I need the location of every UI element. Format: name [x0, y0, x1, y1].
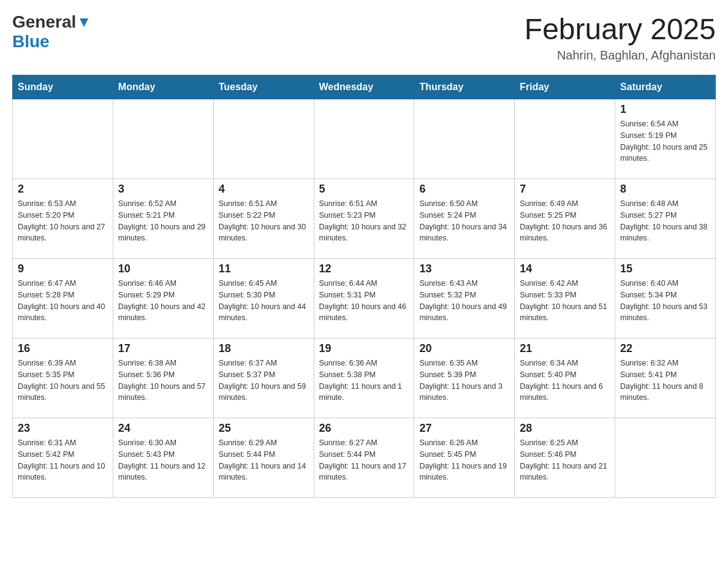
day-number: 25	[219, 422, 309, 435]
day-number: 16	[18, 342, 108, 355]
day-number: 6	[419, 183, 509, 196]
calendar-header-row: Sunday Monday Tuesday Wednesday Thursday…	[13, 75, 716, 99]
table-row	[314, 99, 414, 179]
day-info: Sunrise: 6:36 AMSunset: 5:38 PMDaylight:…	[319, 358, 409, 404]
day-info: Sunrise: 6:34 AMSunset: 5:40 PMDaylight:…	[520, 358, 610, 404]
svg-marker-0	[80, 18, 88, 27]
day-info: Sunrise: 6:37 AMSunset: 5:37 PMDaylight:…	[219, 358, 309, 404]
day-number: 23	[18, 422, 108, 435]
day-info: Sunrise: 6:52 AMSunset: 5:21 PMDaylight:…	[118, 198, 208, 244]
day-info: Sunrise: 6:38 AMSunset: 5:36 PMDaylight:…	[118, 358, 208, 404]
logo-blue-text: Blue	[12, 32, 50, 51]
calendar-week-row: 1Sunrise: 6:54 AMSunset: 5:19 PMDaylight…	[13, 99, 716, 179]
page-header: General Blue February 2025 Nahrin, Baghl…	[12, 12, 716, 63]
day-info: Sunrise: 6:26 AMSunset: 5:45 PMDaylight:…	[419, 437, 509, 483]
table-row	[615, 418, 716, 498]
day-number: 14	[520, 262, 610, 275]
table-row: 3Sunrise: 6:52 AMSunset: 5:21 PMDaylight…	[113, 179, 213, 259]
day-info: Sunrise: 6:25 AMSunset: 5:46 PMDaylight:…	[520, 437, 610, 483]
table-row: 18Sunrise: 6:37 AMSunset: 5:37 PMDayligh…	[213, 339, 314, 418]
table-row: 14Sunrise: 6:42 AMSunset: 5:33 PMDayligh…	[515, 259, 615, 339]
table-row: 20Sunrise: 6:35 AMSunset: 5:39 PMDayligh…	[414, 339, 515, 418]
table-row: 8Sunrise: 6:48 AMSunset: 5:27 PMDaylight…	[615, 179, 716, 259]
col-thursday: Thursday	[414, 75, 515, 99]
day-info: Sunrise: 6:48 AMSunset: 5:27 PMDaylight:…	[620, 198, 710, 244]
day-info: Sunrise: 6:31 AMSunset: 5:42 PMDaylight:…	[18, 437, 108, 483]
day-info: Sunrise: 6:50 AMSunset: 5:24 PMDaylight:…	[419, 198, 509, 244]
day-info: Sunrise: 6:53 AMSunset: 5:20 PMDaylight:…	[18, 198, 108, 244]
day-info: Sunrise: 6:54 AMSunset: 5:19 PMDaylight:…	[620, 118, 710, 164]
day-number: 4	[219, 183, 309, 196]
table-row: 16Sunrise: 6:39 AMSunset: 5:35 PMDayligh…	[13, 339, 113, 418]
day-info: Sunrise: 6:46 AMSunset: 5:29 PMDaylight:…	[118, 278, 208, 324]
day-number: 26	[319, 422, 409, 435]
day-info: Sunrise: 6:49 AMSunset: 5:25 PMDaylight:…	[520, 198, 610, 244]
day-info: Sunrise: 6:32 AMSunset: 5:41 PMDaylight:…	[620, 358, 710, 404]
day-number: 28	[520, 422, 610, 435]
table-row	[515, 99, 615, 179]
day-info: Sunrise: 6:47 AMSunset: 5:28 PMDaylight:…	[18, 278, 108, 324]
calendar-week-row: 16Sunrise: 6:39 AMSunset: 5:35 PMDayligh…	[13, 339, 716, 418]
table-row: 24Sunrise: 6:30 AMSunset: 5:43 PMDayligh…	[113, 418, 213, 498]
col-wednesday: Wednesday	[314, 75, 414, 99]
logo: General Blue	[12, 12, 91, 52]
table-row: 7Sunrise: 6:49 AMSunset: 5:25 PMDaylight…	[515, 179, 615, 259]
table-row: 26Sunrise: 6:27 AMSunset: 5:44 PMDayligh…	[314, 418, 414, 498]
table-row: 1Sunrise: 6:54 AMSunset: 5:19 PMDaylight…	[615, 99, 716, 179]
day-number: 27	[419, 422, 509, 435]
day-info: Sunrise: 6:40 AMSunset: 5:34 PMDaylight:…	[620, 278, 710, 324]
day-number: 1	[620, 103, 710, 116]
day-number: 2	[18, 183, 108, 196]
day-number: 7	[520, 183, 610, 196]
calendar-table: Sunday Monday Tuesday Wednesday Thursday…	[12, 75, 716, 498]
col-saturday: Saturday	[615, 75, 716, 99]
day-info: Sunrise: 6:44 AMSunset: 5:31 PMDaylight:…	[319, 278, 409, 324]
col-tuesday: Tuesday	[213, 75, 314, 99]
day-number: 22	[620, 342, 710, 355]
col-friday: Friday	[515, 75, 615, 99]
table-row: 2Sunrise: 6:53 AMSunset: 5:20 PMDaylight…	[13, 179, 113, 259]
table-row: 19Sunrise: 6:36 AMSunset: 5:38 PMDayligh…	[314, 339, 414, 418]
title-block: February 2025 Nahrin, Baghlan, Afghanist…	[525, 12, 716, 63]
table-row: 28Sunrise: 6:25 AMSunset: 5:46 PMDayligh…	[515, 418, 615, 498]
day-number: 8	[620, 183, 710, 196]
day-number: 12	[319, 262, 409, 275]
day-number: 18	[219, 342, 309, 355]
col-monday: Monday	[113, 75, 213, 99]
table-row	[213, 99, 314, 179]
day-info: Sunrise: 6:30 AMSunset: 5:43 PMDaylight:…	[118, 437, 208, 483]
day-info: Sunrise: 6:43 AMSunset: 5:32 PMDaylight:…	[419, 278, 509, 324]
day-number: 5	[319, 183, 409, 196]
day-info: Sunrise: 6:29 AMSunset: 5:44 PMDaylight:…	[219, 437, 309, 483]
table-row: 13Sunrise: 6:43 AMSunset: 5:32 PMDayligh…	[414, 259, 515, 339]
day-number: 10	[118, 262, 208, 275]
table-row: 11Sunrise: 6:45 AMSunset: 5:30 PMDayligh…	[213, 259, 314, 339]
day-number: 24	[118, 422, 208, 435]
day-number: 15	[620, 262, 710, 275]
day-info: Sunrise: 6:35 AMSunset: 5:39 PMDaylight:…	[419, 358, 509, 404]
table-row	[414, 99, 515, 179]
location-title: Nahrin, Baghlan, Afghanistan	[525, 48, 716, 63]
day-number: 17	[118, 342, 208, 355]
table-row: 21Sunrise: 6:34 AMSunset: 5:40 PMDayligh…	[515, 339, 615, 418]
calendar-week-row: 9Sunrise: 6:47 AMSunset: 5:28 PMDaylight…	[13, 259, 716, 339]
table-row: 6Sunrise: 6:50 AMSunset: 5:24 PMDaylight…	[414, 179, 515, 259]
table-row	[113, 99, 213, 179]
table-row: 22Sunrise: 6:32 AMSunset: 5:41 PMDayligh…	[615, 339, 716, 418]
day-info: Sunrise: 6:51 AMSunset: 5:23 PMDaylight:…	[319, 198, 409, 244]
day-info: Sunrise: 6:39 AMSunset: 5:35 PMDaylight:…	[18, 358, 108, 404]
table-row: 27Sunrise: 6:26 AMSunset: 5:45 PMDayligh…	[414, 418, 515, 498]
table-row: 5Sunrise: 6:51 AMSunset: 5:23 PMDaylight…	[314, 179, 414, 259]
day-number: 11	[219, 262, 309, 275]
table-row: 23Sunrise: 6:31 AMSunset: 5:42 PMDayligh…	[13, 418, 113, 498]
table-row: 12Sunrise: 6:44 AMSunset: 5:31 PMDayligh…	[314, 259, 414, 339]
logo-arrow-icon	[77, 16, 91, 29]
day-info: Sunrise: 6:42 AMSunset: 5:33 PMDaylight:…	[520, 278, 610, 324]
col-sunday: Sunday	[13, 75, 113, 99]
day-number: 19	[319, 342, 409, 355]
day-info: Sunrise: 6:27 AMSunset: 5:44 PMDaylight:…	[319, 437, 409, 483]
calendar-week-row: 23Sunrise: 6:31 AMSunset: 5:42 PMDayligh…	[13, 418, 716, 498]
table-row: 17Sunrise: 6:38 AMSunset: 5:36 PMDayligh…	[113, 339, 213, 418]
table-row: 4Sunrise: 6:51 AMSunset: 5:22 PMDaylight…	[213, 179, 314, 259]
table-row: 9Sunrise: 6:47 AMSunset: 5:28 PMDaylight…	[13, 259, 113, 339]
